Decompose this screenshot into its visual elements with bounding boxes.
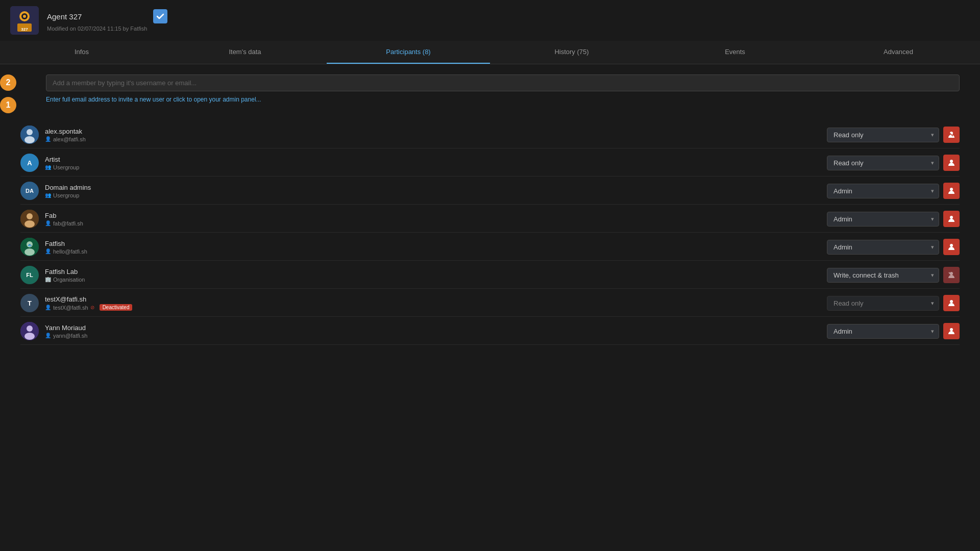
user-icon: 👤 xyxy=(45,136,51,142)
participant-actions: Read only Write Admin Write, connect & t… xyxy=(827,127,960,143)
agent-title-input[interactable] xyxy=(47,12,149,21)
role-dropdown-wrapper: Read only Write Admin Write, connect & t… xyxy=(827,268,939,283)
svg-point-27 xyxy=(24,333,35,340)
main-content: 2 1 Enter full email address to invite a… xyxy=(0,64,980,355)
group-icon: 👥 xyxy=(45,192,51,198)
role-select[interactable]: Read only Write Admin Write, connect & t… xyxy=(827,240,939,255)
role-dropdown-wrapper: Read only Write Admin Write, connect & t… xyxy=(827,128,939,142)
participant-sub: 👤 yann@fatfi.sh xyxy=(45,333,827,339)
participant-sub: 👤 testX@fatfi.sh ⊘ Deactivated xyxy=(45,304,827,311)
step-badge-1: 1 xyxy=(0,97,16,113)
user-icon: 👤 xyxy=(45,333,51,338)
participant-actions: Read only Write Admin Write, connect & t… xyxy=(827,211,960,227)
nav-tabs: Infos Item's data Participants (8) Histo… xyxy=(0,41,980,64)
org-icon: 🏢 xyxy=(45,277,51,282)
remove-participant-button[interactable] xyxy=(943,183,960,199)
tab-participants[interactable]: Participants (8) xyxy=(327,41,490,64)
remove-participant-button[interactable] xyxy=(943,127,960,143)
participant-actions: Read only xyxy=(827,295,960,311)
participant-info: Fatfish Lab 🏢 Organisation xyxy=(45,268,827,283)
agent-avatar-image: 327 xyxy=(10,6,39,35)
agent-avatar: 327 xyxy=(10,6,39,35)
participant-sub: 👤 hello@fatfi.sh xyxy=(45,248,827,255)
svg-point-24 xyxy=(950,300,953,303)
avatar xyxy=(20,322,39,340)
svg-point-28 xyxy=(950,328,953,331)
svg-point-11 xyxy=(950,160,953,163)
table-row: alex.spontak 👤 alex@fatfi.sh Read only W… xyxy=(20,121,960,148)
role-dropdown-wrapper: Read only xyxy=(827,296,939,311)
invite-link[interactable]: Enter full email address to invite a new… xyxy=(46,96,261,103)
avatar: A xyxy=(20,154,39,172)
participant-name: testX@fatfi.sh xyxy=(45,295,827,303)
svg-point-5 xyxy=(23,15,26,18)
svg-text:🐟: 🐟 xyxy=(28,243,32,247)
remove-participant-button[interactable] xyxy=(943,211,960,227)
table-row: T testX@fatfi.sh 👤 testX@fatfi.sh ⊘ Deac… xyxy=(20,290,960,317)
role-select[interactable]: Read only Write Admin Write, connect & t… xyxy=(827,156,939,170)
role-dropdown-wrapper: Read only Write Admin Write, connect & t… xyxy=(827,212,939,227)
table-row: FL Fatfish Lab 🏢 Organisation Read only … xyxy=(20,262,960,289)
tab-events[interactable]: Events xyxy=(653,41,817,64)
tab-items-data[interactable]: Item's data xyxy=(163,41,327,64)
participant-actions: Read only Write Admin Write, connect & t… xyxy=(827,267,960,283)
participant-info: alex.spontak 👤 alex@fatfi.sh xyxy=(45,128,827,142)
role-dropdown-wrapper: Read only Write Admin Write, connect & t… xyxy=(827,324,939,339)
participant-name: alex.spontak xyxy=(45,128,827,135)
confirm-title-button[interactable] xyxy=(153,9,167,23)
table-row: Fab 👤 fab@fatfi.sh Read only Write Admin… xyxy=(20,206,960,233)
svg-point-7 xyxy=(27,129,33,135)
role-select[interactable]: Read only Write Admin Write, connect & t… xyxy=(827,212,939,227)
svg-point-26 xyxy=(27,325,33,332)
participant-info: Fab 👤 fab@fatfi.sh xyxy=(45,212,827,227)
role-select[interactable]: Read only Write Admin Write, connect & t… xyxy=(827,268,939,283)
avatar: 🐟 xyxy=(20,238,39,256)
add-member-container: 2 1 Enter full email address to invite a… xyxy=(20,74,960,111)
participant-info: Fatfish 👤 hello@fatfi.sh xyxy=(45,240,827,255)
participants-list: alex.spontak 👤 alex@fatfi.sh Read only W… xyxy=(20,121,960,345)
tab-infos[interactable]: Infos xyxy=(0,41,163,64)
role-select[interactable]: Read only Write Admin Write, connect & t… xyxy=(827,128,939,142)
svg-point-8 xyxy=(24,136,35,143)
participant-name: Fatfish xyxy=(45,240,827,247)
participant-info: Yann Moriaud 👤 yann@fatfi.sh xyxy=(45,324,827,339)
remove-participant-button[interactable] xyxy=(943,295,960,311)
participant-sub: 👥 Usergroup xyxy=(45,164,827,170)
deactivated-icon: ⊘ xyxy=(90,305,94,310)
group-icon: 👥 xyxy=(45,164,51,170)
user-icon: 👤 xyxy=(45,248,51,254)
participant-actions: Read only Write Admin Write, connect & t… xyxy=(827,155,960,171)
participant-actions: Read only Write Admin Write, connect & t… xyxy=(827,323,960,339)
participant-name: Yann Moriaud xyxy=(45,324,827,332)
top-bar: 327 Modified on 02/07/2024 11:15 by Fatf… xyxy=(0,0,980,41)
remove-participant-button[interactable] xyxy=(943,267,960,283)
agent-title-row xyxy=(47,9,167,23)
remove-participant-button[interactable] xyxy=(943,239,960,255)
participant-info: Artist 👥 Usergroup xyxy=(45,156,827,170)
add-member-input[interactable] xyxy=(46,74,960,91)
role-select[interactable]: Read only Write Admin Write, connect & t… xyxy=(827,324,939,339)
table-row: DA Domain admins 👥 Usergroup Read only W… xyxy=(20,178,960,205)
svg-point-21 xyxy=(950,244,953,247)
avatar: DA xyxy=(20,182,39,200)
avatar xyxy=(20,210,39,228)
remove-participant-button[interactable] xyxy=(943,323,960,339)
participant-name: Fab xyxy=(45,212,827,219)
deactivated-badge: Deactivated xyxy=(100,304,133,311)
step-badge-2: 2 xyxy=(0,74,16,91)
avatar xyxy=(20,126,39,144)
participant-sub: 🏢 Organisation xyxy=(45,277,827,283)
avatar: T xyxy=(20,294,39,312)
remove-participant-button[interactable] xyxy=(943,155,960,171)
svg-point-16 xyxy=(950,216,953,219)
role-dropdown-wrapper: Read only Write Admin Write, connect & t… xyxy=(827,156,939,170)
table-row: Yann Moriaud 👤 yann@fatfi.sh Read only W… xyxy=(20,318,960,345)
tab-advanced[interactable]: Advanced xyxy=(817,41,980,64)
tab-history[interactable]: History (75) xyxy=(490,41,653,64)
svg-point-19 xyxy=(24,248,35,256)
role-select[interactable]: Read only xyxy=(827,296,939,311)
participant-actions: Read only Write Admin Write, connect & t… xyxy=(827,239,960,255)
role-select[interactable]: Read only Write Admin Write, connect & t… xyxy=(827,184,939,198)
svg-point-14 xyxy=(27,213,33,219)
participant-info: Domain admins 👥 Usergroup xyxy=(45,184,827,198)
